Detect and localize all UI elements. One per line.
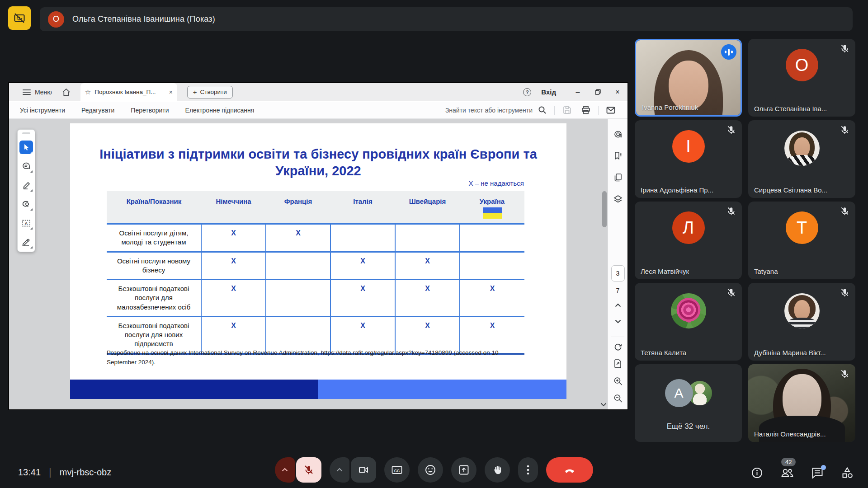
- table-row: Освітні послуги новому бізнесуXXX: [107, 252, 524, 280]
- window-minimize-button[interactable]: –: [568, 83, 588, 101]
- table-header-row: Країна/ПоказникНімеччинаФранціяІталіяШве…: [107, 191, 524, 224]
- chat-button[interactable]: [811, 467, 824, 479]
- previous-page-icon[interactable]: [614, 303, 621, 307]
- people-button[interactable]: 42: [780, 467, 794, 479]
- window-restore-button[interactable]: [588, 83, 608, 101]
- menu-item[interactable]: Перетворити: [131, 107, 169, 114]
- signin-button[interactable]: Вхід: [541, 88, 556, 96]
- menu-item[interactable]: Електронне підписання: [185, 107, 255, 114]
- sign-tool-button[interactable]: [19, 235, 33, 249]
- participant-tile[interactable]: Тетяна Калита: [635, 283, 742, 361]
- current-page-input[interactable]: 3: [611, 265, 625, 282]
- select-text-tool-button[interactable]: A: [19, 216, 33, 230]
- more-participants-tile[interactable]: AЕщё 32 чел.: [635, 364, 742, 442]
- pdf-right-sidebar: 3 7: [608, 119, 627, 409]
- favorite-star-icon[interactable]: ☆: [85, 88, 91, 96]
- next-page-icon[interactable]: [614, 319, 621, 324]
- tab-close-icon[interactable]: ×: [169, 89, 173, 96]
- window-close-button[interactable]: ×: [608, 83, 627, 101]
- end-call-button[interactable]: [546, 457, 593, 483]
- presenter-avatar: О: [48, 11, 64, 28]
- overflow-avatars: A: [665, 379, 712, 407]
- search-label[interactable]: Знайти текст або інструменти: [445, 107, 533, 114]
- mic-muted-button[interactable]: [296, 457, 321, 483]
- table-cell: X: [330, 280, 395, 317]
- meeting-panels: 42: [751, 466, 854, 479]
- reactions-button[interactable]: [418, 457, 443, 483]
- participant-name: Леся Матвійчук: [641, 267, 689, 275]
- table-cell: X: [201, 224, 266, 252]
- highlight-tool-button[interactable]: [19, 178, 33, 192]
- participant-tile[interactable]: ЛЛеся Матвійчук: [635, 202, 742, 279]
- mic-off-icon: [726, 125, 736, 135]
- toolbar-grip[interactable]: [22, 132, 30, 134]
- pdf-menubar: Усі інструментиРедагуватиПеретворитиЕлек…: [9, 102, 627, 119]
- participant-tile[interactable]: Сирцева Світлана Во...: [748, 120, 855, 198]
- search-icon[interactable]: [536, 106, 548, 114]
- shared-screen-pdf-window: Меню ☆ Порохнюк Іванна_П... × + Створити…: [9, 83, 627, 409]
- layers-panel-icon[interactable]: [613, 194, 623, 204]
- hamburger-menu-icon[interactable]: [23, 89, 31, 95]
- photo-avatar-rose: [671, 293, 706, 328]
- participant-name: Ещё 32 чел.: [635, 422, 742, 431]
- help-icon[interactable]: ?: [523, 88, 531, 96]
- participant-name: Сирцева Світлана Во...: [754, 186, 827, 194]
- clock-time: 13:41: [18, 467, 41, 478]
- bookmarks-panel-icon[interactable]: [613, 151, 623, 161]
- table-cell: [460, 224, 524, 252]
- mail-icon[interactable]: [605, 107, 617, 114]
- menu-item[interactable]: Редагувати: [81, 107, 114, 114]
- presenter-banner[interactable]: О Ольга Степанівна Іванишина (Показ): [40, 7, 853, 31]
- document-tab[interactable]: ☆ Порохнюк Іванна_П... ×: [80, 83, 177, 101]
- participant-tile[interactable]: Дубініна Марина Вікт...: [748, 283, 855, 361]
- camera-options-button[interactable]: [330, 457, 349, 483]
- captions-button[interactable]: CC: [384, 457, 410, 483]
- document-table: Країна/ПоказникНімеччинаФранціяІталіяШве…: [107, 191, 524, 355]
- select-tool-button[interactable]: [19, 141, 33, 154]
- lasso-tool-button[interactable]: [19, 197, 33, 211]
- table-cell: X: [330, 252, 395, 280]
- participant-tile[interactable]: ООльга Степанівна Іва...: [748, 39, 855, 117]
- participant-name: Наталія Олександрів...: [754, 430, 826, 438]
- table-header-cell: Швейцарія: [395, 191, 460, 224]
- comment-tool-button[interactable]: [19, 160, 33, 173]
- participant-tile[interactable]: Наталія Олександрів...: [748, 364, 855, 442]
- ukraine-flag-icon: [483, 207, 502, 219]
- mic-options-button[interactable]: [275, 457, 295, 483]
- participant-tile[interactable]: ІІрина Адольфівна Пр...: [635, 120, 742, 198]
- vertical-scrollbar-thumb[interactable]: [602, 191, 607, 227]
- more-options-button[interactable]: [518, 457, 538, 483]
- scroll-down-icon[interactable]: [600, 403, 607, 407]
- letter-avatar: Л: [672, 211, 705, 244]
- save-icon[interactable]: [561, 106, 573, 114]
- mic-off-icon: [840, 43, 850, 54]
- table-body: Освітні послуги дітям, молоді та студент…: [107, 224, 524, 354]
- home-icon[interactable]: [62, 88, 71, 96]
- rotate-page-icon[interactable]: [613, 342, 623, 352]
- zoom-in-icon[interactable]: [613, 376, 623, 386]
- activities-button[interactable]: [841, 466, 854, 479]
- pages-panel-icon[interactable]: [613, 173, 623, 183]
- mic-off-icon: [303, 465, 314, 475]
- info-button[interactable]: [751, 467, 763, 479]
- presentation-paused-button[interactable]: [8, 6, 31, 30]
- meeting-info: 13:41 | mvj-rbsc-obz: [18, 466, 111, 478]
- menu-item[interactable]: Усі інструменти: [20, 107, 65, 114]
- pdf-page: Ініціативи з підтримки освіти та бізнесу…: [70, 123, 566, 399]
- raise-hand-button[interactable]: [485, 457, 510, 483]
- present-button[interactable]: [451, 457, 476, 483]
- document-legend: Х – не надаються: [469, 179, 524, 187]
- create-tab-button[interactable]: + Створити: [187, 86, 233, 99]
- zoom-out-icon[interactable]: [613, 394, 623, 403]
- print-icon[interactable]: [580, 106, 592, 114]
- participant-tile[interactable]: Ivanna Porokhniuk: [635, 39, 742, 117]
- mic-off-icon: [726, 206, 736, 216]
- presentation-off-icon: [13, 12, 26, 24]
- smiley-icon: [425, 464, 436, 476]
- comments-panel-icon[interactable]: [613, 130, 623, 140]
- camera-button[interactable]: [351, 457, 376, 483]
- fit-page-icon[interactable]: [613, 359, 623, 369]
- participant-grid: Ivanna PorokhniukООльга Степанівна Іва..…: [635, 39, 855, 442]
- participant-tile[interactable]: ТTatyana: [748, 202, 855, 279]
- menu-button[interactable]: Меню: [35, 89, 52, 96]
